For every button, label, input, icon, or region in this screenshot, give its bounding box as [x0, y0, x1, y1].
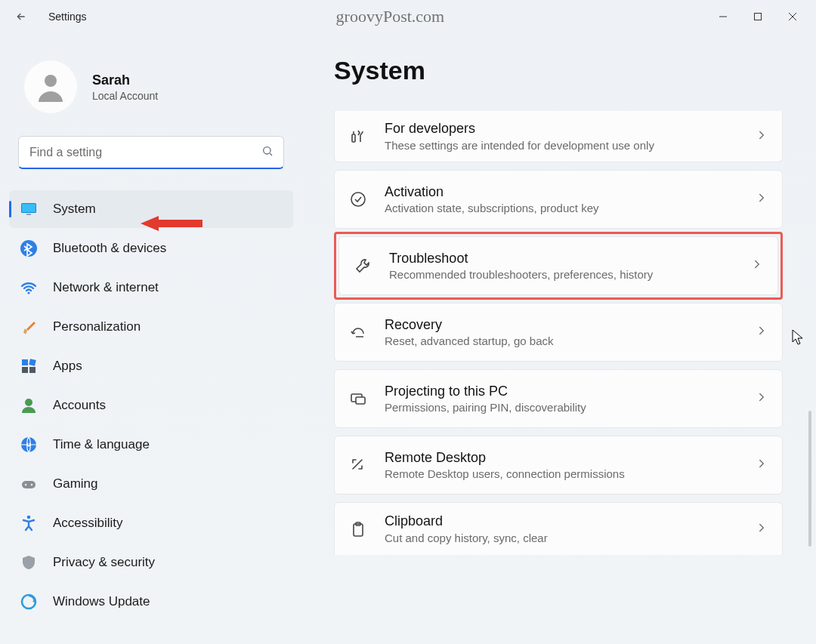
card-title: Clipboard: [385, 513, 755, 530]
sidebar-item-personalization[interactable]: Personalization: [9, 308, 293, 346]
sidebar-item-label: Personalization: [53, 319, 141, 334]
sidebar-item-label: Accounts: [53, 398, 106, 413]
titlebar: Settings groovyPost.com: [0, 0, 816, 33]
card-title: Troubleshoot: [389, 251, 750, 267]
brush-icon: [18, 316, 39, 337]
globe-icon: [18, 434, 39, 455]
chevron-right-icon: [755, 521, 768, 538]
sidebar-item-label: Apps: [53, 359, 82, 374]
back-button[interactable]: [11, 6, 32, 27]
sidebar-item-label: Accessibility: [53, 516, 123, 531]
sidebar-item-privacy-security[interactable]: Privacy & security: [9, 544, 293, 581]
activation-icon: [348, 190, 368, 209]
chevron-right-icon: [750, 257, 764, 274]
nav-list: SystemBluetooth & devicesNetwork & inter…: [9, 190, 293, 621]
minimize-button[interactable]: [706, 4, 740, 29]
card-subtitle: Permissions, pairing PIN, discoverabilit…: [385, 401, 755, 414]
card-subtitle: Cut and copy history, sync, clear: [385, 532, 755, 544]
page-title: System: [334, 56, 808, 85]
profile-block[interactable]: Sarah Local Account: [9, 56, 293, 136]
sidebar-item-label: Gaming: [53, 476, 98, 491]
svg-rect-1: [755, 14, 762, 20]
developer-icon: [348, 127, 368, 146]
chevron-right-icon: [755, 390, 768, 407]
settings-card-remote-desktop[interactable]: Remote DesktopRemote Desktop users, conn…: [334, 436, 783, 495]
account-icon: [18, 395, 39, 416]
card-subtitle: Recommended troubleshooters, preferences…: [389, 268, 750, 281]
sidebar-item-apps[interactable]: Apps: [9, 347, 293, 385]
sidebar-item-network-internet[interactable]: Network & internet: [9, 269, 293, 307]
sidebar-item-accessibility[interactable]: Accessibility: [9, 504, 293, 542]
sidebar-item-system[interactable]: System: [9, 190, 293, 228]
scrollbar[interactable]: [808, 411, 811, 547]
sidebar-item-time-language[interactable]: Time & language: [9, 426, 293, 464]
settings-card-for-developers[interactable]: For developersThese settings are intende…: [334, 111, 783, 162]
accessibility-icon: [18, 513, 39, 534]
bluetooth-icon: [18, 238, 39, 259]
sidebar-item-label: Bluetooth & devices: [53, 241, 166, 256]
maximize-button[interactable]: [740, 4, 775, 29]
watermark: groovyPost.com: [336, 7, 445, 26]
gamepad-icon: [18, 473, 39, 495]
svg-point-4: [45, 75, 57, 87]
sidebar-item-windows-update[interactable]: Windows Update: [9, 583, 293, 621]
search-box: [18, 136, 284, 169]
cards-list: For developersThese settings are intende…: [334, 111, 808, 555]
settings-card-activation[interactable]: ActivationActivation state, subscription…: [334, 170, 783, 229]
sidebar: Sarah Local Account SystemBluetooth & de…: [0, 33, 302, 644]
search-icon: [261, 145, 274, 160]
search-input[interactable]: [18, 136, 284, 169]
chevron-right-icon: [755, 191, 768, 208]
projecting-icon: [348, 389, 368, 408]
card-subtitle: These settings are intended for developm…: [385, 139, 755, 152]
settings-card-troubleshoot[interactable]: TroubleshootRecommended troubleshooters,…: [338, 236, 778, 295]
svg-point-5: [264, 147, 270, 154]
sidebar-item-label: Network & internet: [53, 280, 159, 295]
close-button[interactable]: [775, 4, 810, 29]
main-panel: System For developersThese settings are …: [302, 33, 816, 644]
sidebar-item-label: Windows Update: [53, 594, 150, 609]
card-title: Projecting to this PC: [385, 384, 755, 400]
window-title: Settings: [48, 11, 87, 23]
card-title: For developers: [385, 121, 755, 137]
remote-icon: [348, 455, 368, 475]
chevron-right-icon: [755, 324, 768, 340]
profile-name: Sarah: [92, 72, 158, 88]
wifi-icon: [18, 277, 39, 298]
card-title: Activation: [385, 184, 755, 201]
card-subtitle: Remote Desktop users, connection permiss…: [385, 467, 755, 480]
sidebar-item-accounts[interactable]: Accounts: [9, 387, 293, 424]
display-icon: [18, 199, 39, 220]
settings-card-clipboard[interactable]: ClipboardCut and copy history, sync, cle…: [334, 502, 783, 555]
update-icon: [18, 591, 39, 612]
profile-sub: Local Account: [92, 90, 158, 102]
shield-icon: [18, 552, 39, 573]
settings-card-recovery[interactable]: RecoveryReset, advanced startup, go back: [334, 303, 783, 362]
highlight-annotation: TroubleshootRecommended troubleshooters,…: [334, 232, 783, 300]
chevron-right-icon: [755, 128, 768, 145]
card-subtitle: Activation state, subscriptions, product…: [385, 202, 755, 214]
sidebar-item-label: Time & language: [53, 437, 150, 452]
chevron-right-icon: [755, 457, 768, 473]
avatar: [24, 60, 77, 113]
settings-card-projecting-to-this-pc[interactable]: Projecting to this PCPermissions, pairin…: [334, 369, 783, 428]
sidebar-item-bluetooth-devices[interactable]: Bluetooth & devices: [9, 230, 293, 267]
troubleshoot-icon: [353, 256, 372, 276]
recovery-icon: [348, 322, 368, 342]
clipboard-icon: [348, 519, 368, 539]
sidebar-item-gaming[interactable]: Gaming: [9, 465, 293, 503]
sidebar-item-label: System: [53, 202, 96, 217]
sidebar-item-label: Privacy & security: [53, 555, 155, 570]
apps-icon: [18, 356, 39, 377]
card-subtitle: Reset, advanced startup, go back: [385, 334, 755, 347]
card-title: Remote Desktop: [385, 450, 755, 467]
card-title: Recovery: [385, 317, 755, 334]
